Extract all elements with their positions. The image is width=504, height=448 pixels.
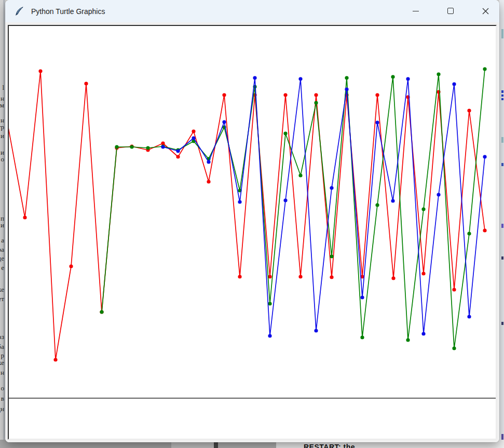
data-point-blue (467, 315, 471, 318)
series-line-red (9, 71, 485, 360)
data-point-blue (421, 332, 425, 335)
data-point-blue (222, 120, 226, 124)
window-content (5, 22, 499, 442)
data-point-blue (314, 329, 318, 332)
maximize-icon (447, 8, 454, 14)
data-point-blue (298, 77, 302, 80)
data-point-blue (483, 155, 486, 158)
background-mark (501, 90, 503, 93)
data-point-blue (360, 295, 364, 299)
data-point-green (283, 131, 287, 135)
data-point-green (467, 232, 471, 235)
close-icon (482, 8, 489, 15)
data-point-blue (452, 82, 456, 86)
background-text-fragment: ке (0, 359, 4, 366)
background-text-fragment: н (1, 369, 4, 376)
idle-restart-text: RESTART: the ... (304, 443, 364, 448)
background-text-fragment: тр (0, 124, 4, 130)
data-point-blue (375, 120, 379, 124)
background-text-fragment: и (1, 222, 4, 228)
python-feather-icon (15, 6, 24, 16)
data-point-red (330, 275, 333, 279)
background-mark (501, 224, 503, 228)
data-point-green (437, 72, 440, 76)
data-point-red (268, 275, 271, 278)
series-line-green (102, 69, 485, 348)
background-text-fragment: ра (0, 246, 4, 253)
data-point-blue (192, 136, 195, 140)
background-mark (501, 98, 503, 100)
data-point-blue (283, 198, 287, 202)
data-point-red (69, 264, 73, 268)
data-point-red (283, 93, 287, 97)
background-window-left-sliver: lнмнтрииопиарадеекеетазбаркеновдн (0, 0, 5, 448)
background-text-fragment: м (0, 102, 4, 108)
data-point-green (100, 310, 103, 314)
background-text-fragment: а (1, 237, 4, 243)
background-mark (501, 29, 503, 38)
background-text-fragment: аз (0, 333, 4, 340)
background-text-fragment: р (1, 352, 5, 359)
data-point-red (298, 275, 302, 278)
window-controls (404, 0, 497, 22)
data-point-red (467, 108, 471, 112)
data-point-red (84, 82, 88, 85)
data-point-green (345, 76, 348, 79)
data-point-green (115, 145, 118, 148)
background-mark (501, 322, 503, 325)
window-titlebar[interactable]: Python Turtle Graphics (5, 0, 499, 22)
window-title: Python Turtle Graphics (31, 7, 105, 16)
data-point-red (421, 271, 425, 275)
turtle-chart (9, 26, 496, 439)
maximize-button[interactable] (439, 0, 462, 22)
data-point-green (298, 173, 302, 177)
data-point-blue (161, 145, 165, 148)
data-point-green (146, 146, 149, 150)
data-point-green (406, 338, 410, 342)
close-button[interactable] (473, 0, 497, 22)
data-point-blue (207, 160, 210, 164)
background-mark (501, 137, 503, 143)
background-text-fragment: l (2, 84, 4, 91)
data-point-red (375, 93, 379, 97)
background-text-fragment: дн (0, 405, 4, 412)
data-point-blue (238, 200, 241, 203)
data-point-green (421, 207, 425, 211)
background-text-fragment: е (1, 264, 4, 271)
data-point-red (207, 180, 210, 183)
background-text-fragment: о (1, 385, 5, 391)
data-point-blue (345, 87, 348, 91)
background-text-fragment: ет (0, 295, 4, 302)
background-text-fragment: о (1, 156, 5, 162)
data-point-green (314, 101, 318, 104)
background-text-fragment: в (1, 395, 4, 402)
data-point-green (330, 254, 333, 258)
background-text-fragment: ба (0, 343, 4, 350)
turtle-graphics-window: Python Turtle Graphics (5, 0, 499, 442)
data-point-green (130, 145, 133, 148)
background-text-fragment: де (0, 255, 4, 262)
data-point-red (238, 275, 241, 278)
data-point-red (391, 276, 395, 280)
data-point-blue (330, 186, 333, 189)
background-window-right-sliver (499, 0, 504, 448)
data-point-green (360, 335, 364, 339)
minimize-button[interactable] (404, 0, 428, 22)
data-point-red (23, 215, 26, 219)
data-point-red (222, 93, 226, 97)
data-point-red (192, 129, 195, 133)
data-point-red (314, 93, 318, 97)
minimize-icon (413, 11, 419, 11)
data-point-red (38, 69, 42, 73)
turtle-canvas (8, 25, 497, 440)
background-text-fragment: ке (0, 286, 4, 293)
background-text-fragment: и (1, 132, 4, 139)
data-point-blue (391, 199, 394, 202)
data-point-green (391, 75, 394, 78)
data-point-red (483, 228, 486, 232)
background-mark (501, 163, 503, 166)
data-point-red (452, 288, 456, 291)
data-point-blue (437, 193, 440, 196)
data-point-red (53, 358, 57, 361)
background-mark (501, 256, 503, 260)
